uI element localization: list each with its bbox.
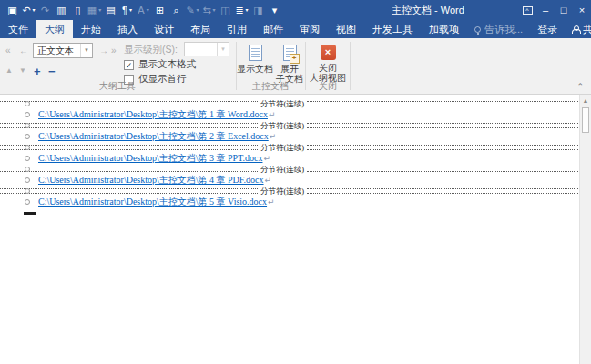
minimize-button[interactable]: – <box>536 0 555 20</box>
section-break-line <box>307 123 578 128</box>
maximize-button[interactable]: □ <box>555 0 573 20</box>
promote-to-heading1-button[interactable]: « <box>5 46 11 56</box>
ribbon-display-options-button[interactable]: ^ <box>518 0 536 20</box>
ribbon-tab-bar: 文件 大纲 开始 插入 设计 布局 引用 邮件 审阅 视图 开发工具 加载项 告… <box>0 20 591 38</box>
subdocument-link[interactable]: C:\Users\Administrator\Desktop\主控文档\第 1 … <box>38 108 268 121</box>
button-label: 显示文档 <box>237 64 273 74</box>
new-document-icon[interactable]: ▯ <box>70 1 86 19</box>
outline-content: 分节符(连续) C:\Users\Administrator\Desktop\主… <box>0 99 578 215</box>
tab-developer[interactable]: 开发工具 <box>364 20 421 38</box>
qat-customize-icon[interactable]: ▾ <box>267 1 282 19</box>
outline-collapse-symbol[interactable] <box>24 212 36 215</box>
section-break-label: 分节符(连续) <box>258 143 307 152</box>
paragraph-marks-icon[interactable]: ¶▾ <box>119 1 135 19</box>
promote-button[interactable]: ← <box>19 46 28 56</box>
tab-file[interactable]: 文件 <box>0 20 36 38</box>
book-icon: ⊞ <box>156 1 164 19</box>
chevron-down-icon: ▾ <box>246 1 249 19</box>
show-level-value <box>185 43 217 56</box>
outline-level-dropdown[interactable]: 正文文本 ▼ <box>33 43 93 58</box>
scroll-up-icon[interactable]: ▲ <box>580 95 591 106</box>
tab-label: 开发工具 <box>372 23 413 36</box>
save-icon[interactable]: ▣ <box>5 1 20 19</box>
tab-label: 邮件 <box>263 23 283 36</box>
section-break-row: 分节符(连续) <box>0 165 578 174</box>
tab-mailings[interactable]: 邮件 <box>255 20 291 38</box>
expand-button[interactable]: + <box>34 65 41 78</box>
tab-label: 审阅 <box>300 23 320 36</box>
undo-icon[interactable]: ↶▾ <box>21 1 36 19</box>
section-break-label: 分节符(连续) <box>258 165 307 174</box>
font-icon[interactable]: A▾ <box>136 1 151 19</box>
outline-level-value: 正文文本 <box>34 44 80 57</box>
section-break-line <box>307 188 578 194</box>
person-icon <box>572 25 579 33</box>
tab-label: 文件 <box>8 23 28 36</box>
demote-button[interactable]: → <box>99 46 108 56</box>
section-break-line <box>0 123 258 128</box>
redo-icon[interactable]: ↷ <box>37 1 53 19</box>
macro-icon: ◨ <box>253 1 262 19</box>
sign-in-button[interactable]: 登录 <box>530 20 565 38</box>
vertical-scrollbar[interactable]: ▲ <box>579 95 591 364</box>
collapse-ribbon-icon[interactable]: ⌃ <box>576 82 584 91</box>
book-icon[interactable]: ⊞ <box>152 1 168 19</box>
scrollbar-thumb[interactable] <box>582 107 589 133</box>
document-canvas[interactable]: 分节符(连续) C:\Users\Administrator\Desktop\主… <box>0 95 591 364</box>
section-break-row: 分节符(连续) <box>0 143 578 152</box>
section-break-line <box>307 145 578 150</box>
sign-in-label: 登录 <box>537 23 557 36</box>
tab-label: 布局 <box>190 23 210 36</box>
outline-body-symbol <box>25 156 30 161</box>
tab-references[interactable]: 引用 <box>219 20 255 38</box>
subdocument-row: C:\Users\Administrator\Desktop\主控文档\第 2 … <box>0 130 578 143</box>
search-icon: ⌕ <box>173 1 178 19</box>
tab-insert[interactable]: 插入 <box>109 20 146 38</box>
share-button[interactable]: 共享 <box>565 20 591 38</box>
show-document-icon <box>249 45 262 61</box>
close-button[interactable]: × <box>573 0 591 20</box>
subdocument-row: C:\Users\Administrator\Desktop\主控文档\第 4 … <box>0 174 578 187</box>
tab-design[interactable]: 设计 <box>146 20 182 38</box>
draw-icon[interactable]: ✎▾ <box>185 1 200 19</box>
macro-icon[interactable]: ◨ <box>250 1 266 19</box>
window-icon: ◫ <box>220 1 229 19</box>
subdocument-link[interactable]: C:\Users\Administrator\Desktop\主控文档\第 4 … <box>38 174 264 187</box>
move-up-button[interactable]: ▲ <box>5 66 13 75</box>
list-icon[interactable]: ≣▾ <box>234 1 250 19</box>
quick-table-icon[interactable]: ▦▾ <box>87 1 102 19</box>
demote-to-body-button[interactable]: » <box>111 46 117 56</box>
tab-label: 加载项 <box>429 23 459 36</box>
quick-table-icon: ▦ <box>87 1 97 19</box>
save-icon: ▣ <box>7 1 16 19</box>
tab-review[interactable]: 审阅 <box>291 20 328 38</box>
tab-home[interactable]: 开始 <box>73 20 109 38</box>
show-text-formatting-checkbox[interactable]: ✓ 显示文本格式 <box>124 58 196 71</box>
move-down-button[interactable]: ▼ <box>19 66 26 75</box>
window-icon[interactable]: ◫ <box>218 1 233 19</box>
show-text-formatting-label: 显示文本格式 <box>138 58 196 71</box>
search-icon[interactable]: ⌕ <box>168 1 184 19</box>
tab-outline[interactable]: 大纲 <box>36 20 73 38</box>
arrows-icon: ⇆ <box>202 1 210 19</box>
subdocument-link[interactable]: C:\Users\Administrator\Desktop\主控文档\第 5 … <box>38 196 267 208</box>
subdocument-link[interactable]: C:\Users\Administrator\Desktop\主控文档\第 2 … <box>38 130 269 143</box>
show-level-dropdown[interactable]: ▼ <box>184 42 229 56</box>
reading-layout-icon[interactable]: ▤ <box>103 1 118 19</box>
collapse-button[interactable]: − <box>48 65 56 78</box>
quick-access-toolbar: ▣ ↶▾ ↷ ▥ ▯ ▦▾ ▤ ¶▾ A▾ ⊞ ⌕ ✎▾ ⇆▾ ◫ ≣▾ ◨ ▾ <box>0 1 282 19</box>
close-icon: × <box>579 5 585 15</box>
tab-layout[interactable]: 布局 <box>182 20 219 38</box>
undo-icon: ↶ <box>22 1 30 19</box>
return-mark: ↵ <box>265 176 272 185</box>
arrows-icon[interactable]: ⇆▾ <box>201 1 217 19</box>
chevron-down-icon: ▼ <box>80 44 92 57</box>
section-break-line <box>0 145 258 150</box>
tab-view[interactable]: 视图 <box>328 20 364 38</box>
tell-me-label: 告诉我... <box>484 23 523 36</box>
list-icon: ≣ <box>235 1 243 19</box>
print-preview-icon[interactable]: ▥ <box>54 1 69 19</box>
tab-addins[interactable]: 加载项 <box>421 20 467 38</box>
tell-me-box[interactable]: 告诉我... <box>467 20 530 38</box>
subdocument-link[interactable]: C:\Users\Administrator\Desktop\主控文档\第 3 … <box>38 152 262 165</box>
